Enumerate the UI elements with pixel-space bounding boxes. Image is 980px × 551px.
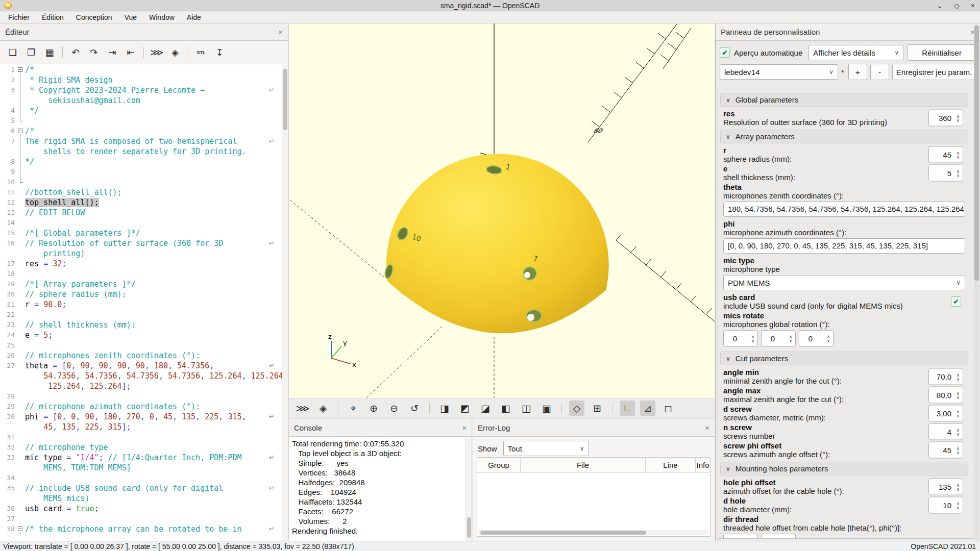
section-header-cut-parameters[interactable]: ∨Cut parameters <box>720 352 968 365</box>
scrollbar-thumb[interactable] <box>467 517 471 538</box>
fold-marker[interactable] <box>16 126 25 136</box>
d-screw-spinbox[interactable]: 3,00∧∨ <box>928 405 963 422</box>
zoom-in-icon[interactable]: ⊕ <box>366 400 381 416</box>
code-line[interactable]: 3 * Copyright 2023-2024 Pierre Lecomte –… <box>0 85 282 95</box>
angle-max-spinbox[interactable]: 80,0∧∨ <box>928 387 963 404</box>
errorlog-column-file[interactable]: File <box>521 458 646 472</box>
errorlog-horizontal-scrollbar[interactable] <box>478 530 709 535</box>
spinner-arrows-icon[interactable]: ∧∨ <box>953 446 963 454</box>
res-spinbox[interactable]: 360∧∨ <box>928 110 963 127</box>
code-line[interactable]: 38/* the microphone array can be rotated… <box>0 524 282 534</box>
console-vertical-scrollbar[interactable] <box>465 437 472 541</box>
spinner-arrows-icon[interactable]: ∧∨ <box>953 428 963 436</box>
menu-item-vue[interactable]: Vue <box>118 12 143 22</box>
code-line[interactable]: 15/*[ Global parameters ]*/ <box>0 228 282 238</box>
auto-preview-checkbox[interactable]: ✔ <box>720 47 730 58</box>
details-dropdown[interactable]: Afficher les détails ∨ <box>808 45 903 60</box>
code-line[interactable]: 11//bottom_shell_all(); <box>0 187 282 197</box>
e-spinbox[interactable]: 5∧∨ <box>928 165 963 182</box>
3d-viewport[interactable]: 60 1 10 7 z y x <box>289 23 715 398</box>
menu-item-aide[interactable]: Aide <box>181 12 207 22</box>
menu-item-window[interactable]: Window <box>143 12 181 22</box>
close-icon[interactable]: × <box>971 2 975 10</box>
export-stl-icon[interactable]: STL <box>193 45 209 60</box>
spinner-arrows-icon[interactable]: ∧∨ <box>953 409 963 417</box>
code-line[interactable]: sekisushai@gmail.com <box>0 95 282 106</box>
undo-icon[interactable]: ↶ <box>68 45 83 60</box>
hole-phi-offset-spinbox[interactable]: 135∧∨ <box>928 479 963 495</box>
mics-rotate-0-spinbox[interactable]: 0∧∨ <box>723 330 758 347</box>
code-line[interactable]: MEMS, TDM:TDM MEMS] <box>0 463 282 473</box>
code-line[interactable]: 34 <box>0 473 282 483</box>
view-bottom-icon[interactable]: ◪ <box>478 400 493 416</box>
theta-input[interactable]: 180, 54.7356, 54.7356, 54.7356, 54.7356,… <box>723 202 965 217</box>
show-axes-icon[interactable]: ∟ <box>620 400 635 416</box>
menu-item-dition[interactable]: Édition <box>36 12 70 22</box>
code-line[interactable]: 36usb_card = true; <box>0 504 282 514</box>
screw-phi-offset-spinbox[interactable]: 45∧∨ <box>928 442 963 459</box>
spinner-arrows-icon[interactable]: ∧∨ <box>953 151 963 159</box>
code-line[interactable]: 28 <box>0 391 282 402</box>
code-line[interactable]: 27theta = [0, 90, 90, 90, 90, 180, 54.73… <box>0 361 282 371</box>
zoom-all-icon[interactable]: ⌖ <box>346 400 361 416</box>
view-top-icon[interactable]: ◩ <box>457 400 473 416</box>
code-line[interactable]: 9 <box>0 167 282 177</box>
spinner-arrows-icon[interactable]: ∧∨ <box>953 483 963 491</box>
code-editor[interactable]: 1/*2 * Rigid SMA design3 * Copyright 202… <box>0 65 282 541</box>
view-front-icon[interactable]: ◫ <box>519 400 534 416</box>
section-header-mounting-holes-parameters[interactable]: ∨Mounting holes parameters <box>720 462 968 475</box>
usb-card-checkbox[interactable]: ✔ <box>951 296 961 307</box>
mics-rotate-1-spinbox[interactable]: 0∧∨ <box>761 330 796 347</box>
section-header-array-parameters[interactable]: ∨Array parameters <box>720 130 968 143</box>
errorlog-close-icon[interactable]: × <box>705 423 709 432</box>
code-line[interactable]: 12top_shell_all(); <box>0 197 282 208</box>
view-right-icon[interactable]: ◨ <box>437 400 452 416</box>
code-line[interactable]: printing) <box>0 248 282 259</box>
code-line[interactable]: 33mic_type = "1/4"; // [1/4:Quarter_Inch… <box>0 453 282 463</box>
r-spinbox[interactable]: 45∧∨ <box>928 146 963 163</box>
scrollbar-thumb[interactable] <box>480 531 646 535</box>
section-header-global-parameters[interactable]: ∨Global parameters <box>720 93 968 107</box>
reset-button[interactable]: Réinitialiser <box>908 44 976 61</box>
errorlog-column-line[interactable]: Line <box>646 458 696 472</box>
customizer-vertical-scrollbar[interactable] <box>974 24 979 540</box>
code-line[interactable]: 14 <box>0 218 282 228</box>
code-line[interactable]: MEMS mics) <box>0 493 282 504</box>
editor-close-icon[interactable]: × <box>278 28 283 36</box>
zoom-out-icon[interactable]: ⊖ <box>386 400 402 416</box>
fold-marker[interactable] <box>16 524 25 534</box>
menu-item-fichier[interactable]: Fichier <box>2 12 36 22</box>
dir-thread-0-spinbox[interactable]: 20∧∨ <box>723 534 758 539</box>
view-left-icon[interactable]: ◧ <box>498 400 513 416</box>
mic-type-dropdown[interactable]: PDM MEMS∨ <box>723 275 965 290</box>
code-line[interactable]: 10 <box>0 177 282 187</box>
spinner-arrows-icon[interactable]: ∧∨ <box>953 501 963 509</box>
dir-thread-1-spinbox[interactable]: 0∧∨ <box>761 534 796 539</box>
code-line[interactable]: shells to render separately for 3D print… <box>0 146 282 157</box>
code-line[interactable]: 6/* <box>0 126 282 136</box>
code-line[interactable]: 21r = 90.0; <box>0 299 282 310</box>
scrollbar-thumb[interactable] <box>283 69 287 130</box>
open-file-icon[interactable]: ❐ <box>23 45 39 60</box>
code-line[interactable]: 18 <box>0 269 282 279</box>
spinner-arrows-icon[interactable]: ∧∨ <box>786 335 795 343</box>
code-line[interactable]: 54.7356, 54.7356, 54.7356, 54.7356, 125.… <box>0 371 282 381</box>
code-line[interactable]: 125.264, 125.264]; <box>0 381 282 391</box>
mics-rotate-2-spinbox[interactable]: 0∧∨ <box>799 330 834 347</box>
code-line[interactable]: 25 <box>0 340 282 350</box>
remove-preset-button[interactable]: - <box>870 64 889 80</box>
preview-render-icon[interactable]: ⋙ <box>295 400 310 416</box>
code-line[interactable]: 7The rigid SMA is composed of two hemisp… <box>0 136 282 146</box>
editor-vertical-scrollbar[interactable] <box>282 65 288 541</box>
code-line[interactable]: 45, 135, 225, 315]; <box>0 422 282 432</box>
code-line[interactable]: 1/* <box>0 65 282 75</box>
errorlog-column-group[interactable]: Group <box>477 458 521 472</box>
spinner-arrows-icon[interactable]: ∧∨ <box>953 114 963 122</box>
spinner-arrows-icon[interactable]: ∧∨ <box>953 391 963 399</box>
preset-dropdown[interactable]: lebedev14 ∨ <box>720 64 838 80</box>
menu-item-conception[interactable]: Conception <box>70 12 118 22</box>
spinner-arrows-icon[interactable]: ∧∨ <box>748 538 757 539</box>
spinner-arrows-icon[interactable]: ∧∨ <box>953 372 963 381</box>
code-line[interactable]: 29// microphone azimuth coordinates (°): <box>0 402 282 412</box>
console-close-icon[interactable]: × <box>462 423 467 432</box>
